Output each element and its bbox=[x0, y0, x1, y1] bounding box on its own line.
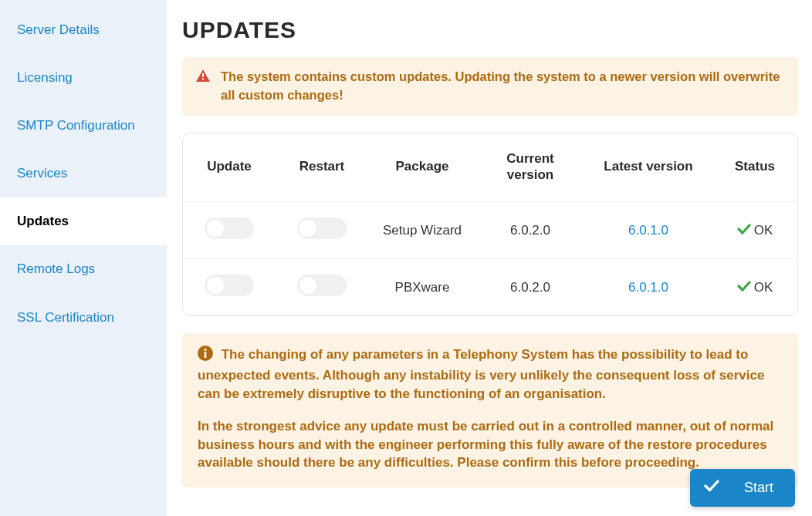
check-icon bbox=[737, 223, 751, 238]
warning-triangle-icon bbox=[196, 69, 210, 85]
svg-rect-4 bbox=[205, 349, 207, 351]
col-update: Update bbox=[183, 133, 276, 202]
info-circle-icon bbox=[198, 346, 213, 366]
col-current-version: Current version bbox=[476, 133, 584, 202]
sidebar: Server Details Licensing SMTP Configurat… bbox=[0, 0, 167, 516]
sidebar-item-label: SSL Certification bbox=[17, 310, 114, 325]
advice-paragraph-1: The changing of any parameters in a Tele… bbox=[198, 346, 783, 403]
latest-version-link[interactable]: 6.0.1.0 bbox=[628, 223, 668, 238]
update-toggle[interactable] bbox=[205, 275, 254, 296]
sidebar-item-updates[interactable]: Updates bbox=[0, 197, 167, 245]
svg-rect-3 bbox=[205, 352, 207, 358]
updates-table-card: Update Restart Package Current version L… bbox=[182, 133, 798, 317]
table-row: PBXware 6.0.2.0 6.0.1.0 OK bbox=[183, 259, 797, 316]
current-version: 6.0.2.0 bbox=[476, 202, 584, 259]
sidebar-item-server-details[interactable]: Server Details bbox=[0, 6, 167, 54]
current-version: 6.0.2.0 bbox=[476, 259, 584, 316]
sidebar-item-remote-logs[interactable]: Remote Logs bbox=[0, 245, 167, 293]
table-row: Setup Wizard 6.0.2.0 6.0.1.0 OK bbox=[183, 202, 797, 259]
restart-toggle[interactable] bbox=[297, 275, 347, 296]
sidebar-item-label: Licensing bbox=[17, 70, 73, 85]
check-icon bbox=[704, 480, 719, 496]
status-badge: OK bbox=[737, 280, 773, 295]
sidebar-item-label: SMTP Configuration bbox=[17, 118, 135, 133]
custom-updates-warning: The system contains custom updates. Upda… bbox=[182, 57, 798, 116]
sidebar-item-licensing[interactable]: Licensing bbox=[0, 54, 167, 102]
check-icon bbox=[737, 280, 751, 295]
update-advice-box: The changing of any parameters in a Tele… bbox=[182, 333, 798, 487]
col-status: Status bbox=[712, 133, 797, 202]
page-title: UPDATES bbox=[182, 17, 798, 43]
sidebar-item-label: Remote Logs bbox=[17, 261, 95, 276]
advice-paragraph-2: In the strongest advice any update must … bbox=[198, 417, 783, 472]
col-package: Package bbox=[368, 133, 476, 202]
main-content: UPDATES The system contains custom updat… bbox=[167, 0, 812, 516]
svg-rect-1 bbox=[202, 79, 204, 80]
update-toggle[interactable] bbox=[205, 218, 254, 239]
latest-version-link[interactable]: 6.0.1.0 bbox=[628, 280, 668, 295]
col-restart: Restart bbox=[276, 133, 368, 202]
status-badge: OK bbox=[737, 223, 773, 238]
package-name: Setup Wizard bbox=[368, 202, 476, 259]
col-latest-version: Latest version bbox=[584, 133, 712, 202]
updates-table: Update Restart Package Current version L… bbox=[183, 133, 797, 316]
start-button[interactable]: Start bbox=[690, 469, 795, 507]
restart-toggle[interactable] bbox=[297, 218, 347, 239]
sidebar-item-label: Server Details bbox=[17, 22, 100, 37]
start-button-label: Start bbox=[744, 480, 773, 496]
svg-rect-0 bbox=[202, 73, 204, 77]
sidebar-item-ssl-certification[interactable]: SSL Certification bbox=[0, 294, 167, 342]
sidebar-item-label: Updates bbox=[17, 214, 69, 228]
package-name: PBXware bbox=[368, 259, 476, 316]
sidebar-item-smtp-configuration[interactable]: SMTP Configuration bbox=[0, 102, 167, 150]
sidebar-item-label: Services bbox=[17, 166, 67, 180]
sidebar-item-services[interactable]: Services bbox=[0, 150, 167, 197]
warning-text: The system contains custom updates. Upda… bbox=[221, 68, 784, 105]
